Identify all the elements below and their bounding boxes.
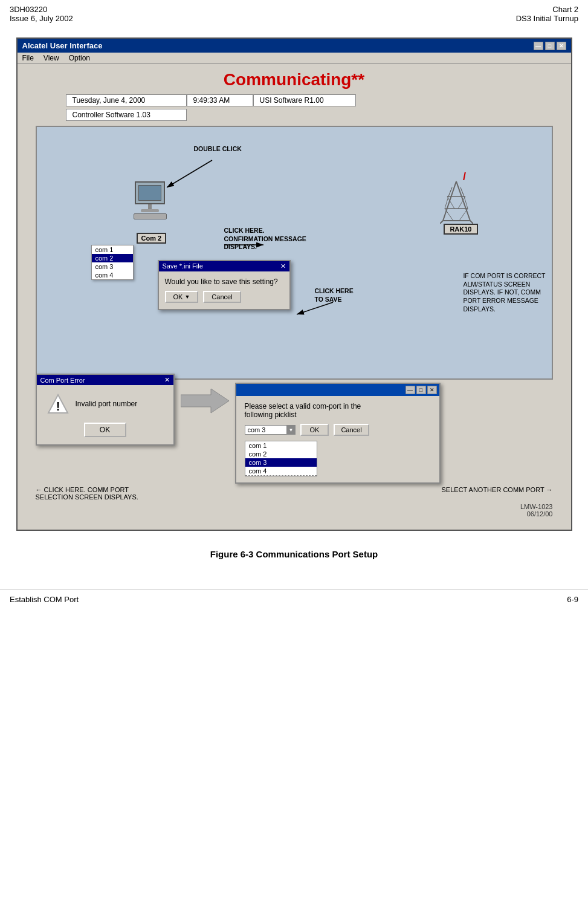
com-error-ok-area: OK [37,423,173,444]
if-com-annotation: IF COM PORT IS CORRECTALM/STATUS SCREEND… [463,272,545,313]
menu-file[interactable]: File [22,54,34,62]
save-dialog-buttons: OK ▼ Cancel [165,291,283,303]
svg-text:/: / [463,170,466,183]
com-error-body: ! Invalid port number [37,385,173,423]
port-dropdown-arrow-icon[interactable]: ▼ [287,425,296,435]
port-select-message1: Please select a valid com-port in the [245,402,431,411]
header-right: Chart 2 DS3 Initial Turnup [516,5,578,23]
bottom-ann-right: SELECT ANOTHER COMM PORT → [442,486,553,501]
chart-number: Chart 2 [516,5,578,14]
port-dropdown-value: com 3 [248,426,266,433]
lmw-line1: LMW-1023 [36,503,553,510]
monitor-stand [148,204,152,209]
tower-icon: / [440,169,473,226]
window-title: Alcatel User Interface [22,41,103,50]
maximize-button[interactable]: □ [545,42,555,50]
save-dialog-title: Save *.ini File [163,262,203,270]
save-dialog-message: Would you like to save this setting? [165,277,283,286]
lmw-credit: LMW-1023 06/12/00 [36,503,553,518]
port-list-item-com3[interactable]: com 3 [245,458,317,467]
menubar: File View Option [18,53,571,64]
svg-line-19 [459,209,468,221]
com-error-titlebar: Com Port Error ✕ [37,375,173,385]
menu-option[interactable]: Option [69,54,90,62]
svg-marker-24 [181,389,229,413]
com-error-title: Com Port Error [40,377,85,384]
save-dialog-close-icon[interactable]: ✕ [280,262,286,270]
port-cancel-button[interactable]: Cancel [334,424,369,436]
minimize-button[interactable]: — [534,42,543,50]
com-menu-item-com3[interactable]: com 3 [92,262,133,271]
monitor-base [141,209,159,212]
diagram-area: DOUBLE CLICK Com 2 com 1 com 2 com 3 [36,126,553,380]
dropdown-arrow-icon: ▼ [184,294,190,300]
controller-box: Controller Software 1.03 [66,109,187,121]
window-body: Communicating** Tuesday, June 4, 2000 9:… [18,64,571,530]
monitor-screen [138,185,161,201]
port-minimize-button[interactable]: — [405,386,415,394]
footer-right: 6-9 [567,595,578,604]
click-here-annotation: CLICK HERE.CONFIRMATION MESSAGEDISPLAYS. [224,227,306,252]
time-box: 9:49:33 AM [187,94,253,106]
lmw-line2: 06/12/00 [36,510,553,518]
com-context-menu[interactable]: com 1 com 2 com 3 com 4 [91,245,134,280]
header-left: 3DH03220 Issue 6, July 2002 [10,5,73,23]
bottom-annotations: ← CLICK HERE. COMM PORTSELECTION SCREEN … [36,486,553,501]
doc-issue: Issue 6, July 2002 [10,14,73,23]
window-titlebar: Alcatel User Interface — □ ✕ [18,39,571,53]
port-select-message2: following picklist [245,411,431,419]
bottom-ann-left: ← CLICK HERE. COMM PORTSELECTION SCREEN … [36,486,138,501]
svg-line-3 [297,302,333,314]
close-button[interactable]: ✕ [557,42,566,50]
port-dropdown-container[interactable]: com 3 ▼ [245,425,296,435]
port-select-titlebar: — □ ✕ [236,384,439,396]
svg-text:!: ! [56,400,60,413]
port-dropdown[interactable]: com 3 [245,425,287,435]
com-error-message: Invalid port number [76,400,138,408]
port-maximize-button[interactable]: □ [416,386,426,394]
usi-box: USI Software R1.00 [253,94,356,106]
bottom-dialogs-section: Com Port Error ✕ ! Invalid port number O… [36,380,553,484]
port-list-item-com1[interactable]: com 1 [245,441,317,450]
com2-label: Com 2 [137,233,167,244]
port-close-button[interactable]: ✕ [427,386,437,394]
date-box: Tuesday, June 4, 2000 [66,94,187,106]
computer-icon [134,181,167,219]
double-click-annotation: DOUBLE CLICK [194,145,242,154]
com-error-close-icon[interactable]: ✕ [164,376,170,384]
com-menu-item-com2[interactable]: com 2 [92,254,133,262]
com-menu-item-com4[interactable]: com 4 [92,271,133,279]
page-content: Alcatel User Interface — □ ✕ File View O… [0,25,588,577]
svg-line-20 [440,221,443,224]
save-cancel-button[interactable]: Cancel [203,291,241,303]
bottom-ann-right-arrow: → [546,486,553,493]
port-list-item-com2[interactable]: com 2 [245,450,317,458]
port-list-item-com4[interactable]: com 4 [245,467,317,476]
save-ok-button[interactable]: OK ▼ [165,291,199,303]
save-dialog-body: Would you like to save this setting? OK … [159,271,289,309]
save-dialog-titlebar: Save *.ini File ✕ [159,261,289,271]
com-error-ok-button[interactable]: OK [84,423,126,437]
doc-number: 3DH03220 [10,5,73,14]
port-list: com 1 com 2 com 3 com 4 [245,441,317,476]
bottom-ann-right-text: SELECT ANOTHER COMM PORT [442,486,544,493]
svg-line-18 [445,209,453,221]
port-ok-button[interactable]: OK [300,424,329,436]
port-select-body: Please select a valid com-port in the fo… [236,396,439,482]
page-header: 3DH03220 Issue 6, July 2002 Chart 2 DS3 … [0,0,588,25]
port-dropdown-row: com 3 ▼ OK Cancel [245,424,431,436]
main-diagram-container: Alcatel User Interface — □ ✕ File View O… [16,37,572,531]
keyboard [134,213,167,219]
rak10-label: RAK10 [444,224,477,235]
info-row: Tuesday, June 4, 2000 9:49:33 AM USI Sof… [66,94,559,106]
save-ini-dialog: Save *.ini File ✕ Would you like to save… [158,260,291,310]
bottom-ann-left-arrow: ← [36,486,42,493]
svg-line-1 [167,160,212,187]
click-save-annotation: CLICK HERETO SAVE [315,287,354,303]
window-controls: — □ ✕ [534,42,566,50]
com-menu-item-com1[interactable]: com 1 [92,245,133,254]
menu-view[interactable]: View [44,54,59,62]
chart-title: DS3 Initial Turnup [516,14,578,23]
figure-caption: Figure 6-3 Communications Port Setup [12,549,576,559]
port-select-dialog: — □ ✕ Please select a valid com-port in … [235,383,441,484]
